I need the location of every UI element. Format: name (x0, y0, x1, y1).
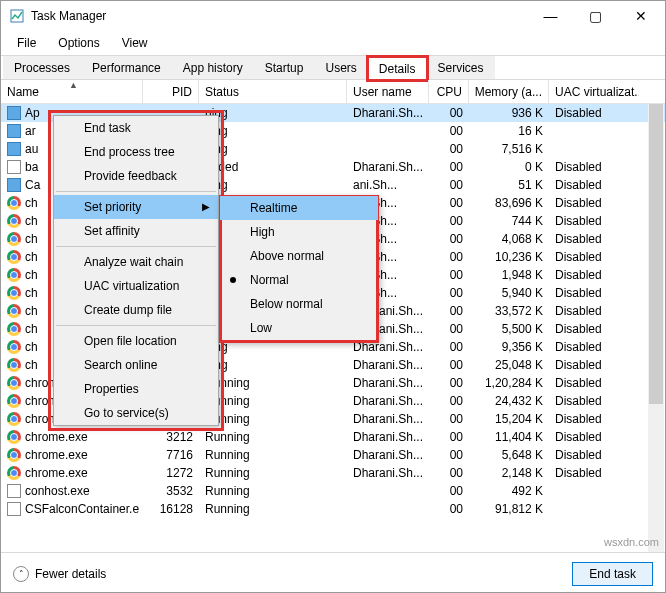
status-cell: Running (199, 466, 347, 480)
pid-cell: 7716 (143, 448, 199, 462)
sort-ascending-icon: ▲ (69, 80, 78, 90)
process-icon (7, 250, 21, 264)
cpu-cell: 00 (429, 196, 469, 210)
tab-performance[interactable]: Performance (81, 56, 172, 79)
ctx-properties[interactable]: Properties (54, 377, 218, 401)
table-row[interactable]: chrome.exe7716RunningDharani.Sh...005,64… (1, 446, 665, 464)
process-name: ch (25, 358, 38, 372)
tab-startup[interactable]: Startup (254, 56, 315, 79)
process-name: au (25, 142, 38, 156)
process-icon (7, 178, 21, 192)
priority-realtime[interactable]: Realtime (220, 196, 378, 220)
cpu-cell: 00 (429, 232, 469, 246)
pid-cell: 1272 (143, 466, 199, 480)
process-name: ch (25, 268, 38, 282)
user-cell: Dharani.Sh... (347, 106, 429, 120)
ctx-end-process-tree[interactable]: End process tree (54, 140, 218, 164)
uac-cell: Disabled (549, 376, 639, 390)
footer: ˄ Fewer details End task (1, 552, 665, 593)
scrollbar-thumb[interactable] (649, 104, 663, 404)
vertical-scrollbar[interactable] (648, 104, 664, 552)
close-button[interactable]: ✕ (618, 2, 663, 30)
status-cell: Running (199, 448, 347, 462)
column-header-pid[interactable]: PID (143, 80, 199, 103)
context-separator (56, 191, 216, 192)
priority-normal[interactable]: Normal (220, 268, 378, 292)
cpu-cell: 00 (429, 106, 469, 120)
process-name: chrome.exe (25, 466, 88, 480)
column-header-status[interactable]: Status (199, 80, 347, 103)
user-cell: Dharani.Sh... (347, 358, 429, 372)
tabbar: ProcessesPerformanceApp historyStartupUs… (1, 56, 665, 80)
tab-users[interactable]: Users (314, 56, 367, 79)
menu-options[interactable]: Options (48, 33, 109, 53)
context-separator (56, 325, 216, 326)
fewer-details-button[interactable]: ˄ Fewer details (13, 566, 106, 582)
ctx-create-dump-file[interactable]: Create dump file (54, 298, 218, 322)
process-icon (7, 448, 21, 462)
table-row[interactable]: chrome.exe3212RunningDharani.Sh...0011,4… (1, 428, 665, 446)
priority-high[interactable]: High (220, 220, 378, 244)
ctx-analyze-wait-chain[interactable]: Analyze wait chain (54, 250, 218, 274)
ctx-set-affinity[interactable]: Set affinity (54, 219, 218, 243)
fewer-details-label: Fewer details (35, 567, 106, 581)
tab-processes[interactable]: Processes (3, 56, 81, 79)
menubar: FileOptionsView (1, 31, 665, 56)
status-cell: ning (199, 106, 347, 120)
column-header-uac-virtualizat-[interactable]: UAC virtualizat... (549, 80, 639, 103)
user-cell: Dharani.Sh... (347, 466, 429, 480)
chevron-up-icon: ˄ (13, 566, 29, 582)
user-cell: Dharani.Sh... (347, 376, 429, 390)
table-row[interactable]: chrome.exe1272RunningDharani.Sh...002,14… (1, 464, 665, 482)
memory-cell: 10,236 K (469, 250, 549, 264)
priority-label: Realtime (250, 201, 297, 215)
priority-submenu[interactable]: RealtimeHighAbove normalNormalBelow norm… (219, 195, 379, 343)
memory-cell: 1,20,284 K (469, 376, 549, 390)
ctx-end-task[interactable]: End task (54, 116, 218, 140)
tab-details[interactable]: Details (368, 57, 427, 80)
memory-cell: 91,812 K (469, 502, 549, 516)
priority-label: High (250, 225, 275, 239)
minimize-button[interactable]: — (528, 2, 573, 30)
tab-services[interactable]: Services (427, 56, 495, 79)
memory-cell: 15,204 K (469, 412, 549, 426)
menu-view[interactable]: View (112, 33, 158, 53)
table-row[interactable]: CSFalconContainer.e16128Running0091,812 … (1, 500, 665, 518)
column-header-cpu[interactable]: CPU (429, 80, 469, 103)
status-cell: Running (199, 376, 347, 390)
priority-above-normal[interactable]: Above normal (220, 244, 378, 268)
status-cell: Running (199, 430, 347, 444)
process-icon (7, 124, 21, 138)
cpu-cell: 00 (429, 160, 469, 174)
priority-low[interactable]: Low (220, 316, 378, 340)
status-cell: ning (199, 124, 347, 138)
ctx-search-online[interactable]: Search online (54, 353, 218, 377)
uac-cell: Disabled (549, 466, 639, 480)
context-menu[interactable]: End taskEnd process treeProvide feedback… (53, 115, 219, 426)
uac-cell: Disabled (549, 214, 639, 228)
column-header-user-name[interactable]: User name (347, 80, 429, 103)
user-cell: Dharani.Sh... (347, 430, 429, 444)
end-task-button[interactable]: End task (572, 562, 653, 586)
ctx-provide-feedback[interactable]: Provide feedback (54, 164, 218, 188)
process-icon (7, 322, 21, 336)
priority-below-normal[interactable]: Below normal (220, 292, 378, 316)
pid-cell: 16128 (143, 502, 199, 516)
uac-cell: Disabled (549, 340, 639, 354)
ctx-set-priority[interactable]: Set priority▶ (54, 195, 218, 219)
memory-cell: 0 K (469, 160, 549, 174)
memory-cell: 11,404 K (469, 430, 549, 444)
table-row[interactable]: conhost.exe3532Running00492 K (1, 482, 665, 500)
tab-app-history[interactable]: App history (172, 56, 254, 79)
submenu-arrow-icon: ▶ (202, 201, 210, 212)
cpu-cell: 00 (429, 394, 469, 408)
maximize-button[interactable]: ▢ (573, 2, 618, 30)
svg-rect-0 (11, 10, 23, 22)
ctx-go-to-service-s-[interactable]: Go to service(s) (54, 401, 218, 425)
column-header-memory-a-[interactable]: Memory (a... (469, 80, 549, 103)
ctx-open-file-location[interactable]: Open file location (54, 329, 218, 353)
menu-file[interactable]: File (7, 33, 46, 53)
memory-cell: 492 K (469, 484, 549, 498)
ctx-uac-virtualization[interactable]: UAC virtualization (54, 274, 218, 298)
cpu-cell: 00 (429, 304, 469, 318)
